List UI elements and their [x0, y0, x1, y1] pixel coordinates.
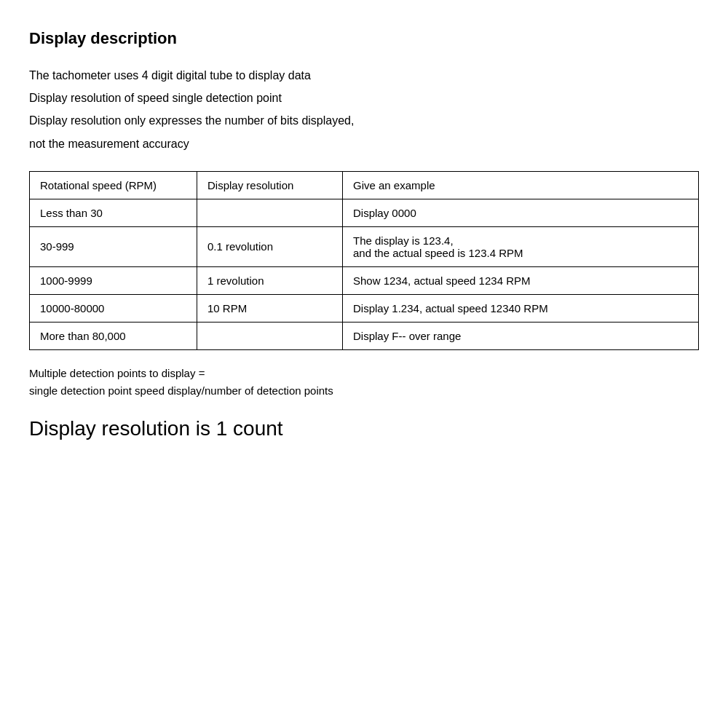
col-header-speed: Rotational speed (RPM): [30, 171, 197, 199]
example-cell-2: The display is 123.4,and the actual spee…: [343, 226, 699, 266]
resolution-cell-1: [197, 199, 343, 226]
table-row: 30-999 0.1 revolution The display is 123…: [30, 226, 699, 266]
example-cell-5: Display F-- over range: [343, 322, 699, 349]
speed-cell-1: Less than 30: [30, 199, 197, 226]
speed-cell-2: 30-999: [30, 226, 197, 266]
table-row: 1000-9999 1 revolution Show 1234, actual…: [30, 266, 699, 294]
desc-line-4: not the measurement accuracy: [29, 134, 699, 154]
resolution-cell-5: [197, 322, 343, 349]
table-row: 10000-80000 10 RPM Display 1.234, actual…: [30, 294, 699, 322]
table-row: Less than 30 Display 0000: [30, 199, 699, 226]
large-footer-text: Display resolution is 1 count: [29, 417, 699, 440]
resolution-table: Rotational speed (RPM) Display resolutio…: [29, 171, 699, 350]
desc-line-2: Display resolution of speed single detec…: [29, 88, 699, 108]
speed-cell-5: More than 80,000: [30, 322, 197, 349]
example-cell-3: Show 1234, actual speed 1234 RPM: [343, 266, 699, 294]
desc-line-1: The tachometer uses 4 digit digital tube…: [29, 66, 699, 85]
resolution-cell-4: 10 RPM: [197, 294, 343, 322]
speed-cell-3: 1000-9999: [30, 266, 197, 294]
table-row: More than 80,000 Display F-- over range: [30, 322, 699, 349]
example-cell-1: Display 0000: [343, 199, 699, 226]
page-title: Display description: [29, 29, 699, 48]
page-container: Display description The tachometer uses …: [0, 0, 728, 728]
footer-text: Multiple detection points to display = s…: [29, 365, 699, 400]
resolution-cell-2: 0.1 revolution: [197, 226, 343, 266]
speed-cell-4: 10000-80000: [30, 294, 197, 322]
resolution-cell-3: 1 revolution: [197, 266, 343, 294]
col-header-resolution: Display resolution: [197, 171, 343, 199]
description-block: The tachometer uses 4 digit digital tube…: [29, 66, 699, 157]
col-header-example: Give an example: [343, 171, 699, 199]
example-cell-4: Display 1.234, actual speed 12340 RPM: [343, 294, 699, 322]
table-header-row: Rotational speed (RPM) Display resolutio…: [30, 171, 699, 199]
desc-line-3: Display resolution only expresses the nu…: [29, 111, 699, 130]
